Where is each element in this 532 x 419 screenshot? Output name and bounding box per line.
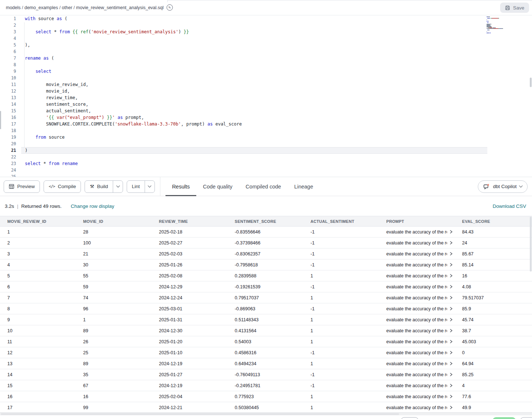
code-line[interactable]: 8 xyxy=(0,61,532,68)
change-row-display-link[interactable]: Change row display xyxy=(71,203,114,209)
column-header[interactable]: ACTUAL_SENTIMENT xyxy=(303,219,379,224)
expand-prompt-chevron-icon[interactable] xyxy=(450,252,453,256)
expand-prompt-chevron-icon[interactable] xyxy=(450,351,453,355)
build-split-button: ⚒ Build xyxy=(85,180,123,193)
code-line[interactable]: 24 xyxy=(0,167,532,173)
code-line[interactable]: 10 xyxy=(0,75,532,81)
code-line[interactable]: 20 xyxy=(0,141,532,147)
editor-scrollbar[interactable] xyxy=(530,15,532,177)
expand-prompt-chevron-icon[interactable] xyxy=(450,230,453,234)
code-line[interactable]: 11 movie_review_id, xyxy=(0,81,532,88)
line-number: 1 xyxy=(0,15,16,22)
line-number: 10 xyxy=(0,75,16,81)
code-line[interactable]: 23select * from rename xyxy=(0,160,532,167)
build-button[interactable]: ⚒ Build xyxy=(85,181,113,192)
editor-lines: 1with source as (23 select * from {{ ref… xyxy=(0,15,532,177)
code-line[interactable]: 25 xyxy=(0,173,532,177)
expand-prompt-chevron-icon[interactable] xyxy=(450,274,453,278)
breadcrumb-item[interactable]: models xyxy=(6,5,21,10)
code-line[interactable]: 19 from source xyxy=(0,134,532,141)
column-header[interactable]: MOVIE_REVIEW_ID xyxy=(0,219,76,224)
table-scrollbar[interactable] xyxy=(530,217,532,412)
lint-dropdown-button[interactable] xyxy=(145,181,155,192)
code-text: rename as ( xyxy=(16,55,54,61)
code-line[interactable]: 16 '{{ var("eval_prompt") }}' as prompt, xyxy=(0,114,532,121)
horizontal-scrollbar-thumb[interactable] xyxy=(1,413,399,415)
bottom-cutoff-button-2[interactable] xyxy=(520,417,532,419)
bottom-cutoff-button-1[interactable] xyxy=(401,417,418,419)
code-line[interactable]: 13 review_time, xyxy=(0,94,532,101)
save-button[interactable]: Save xyxy=(500,3,529,13)
column-header[interactable]: SENTIMENT_SCORE xyxy=(227,219,303,224)
expand-prompt-chevron-icon[interactable] xyxy=(450,307,453,311)
expand-prompt-chevron-icon[interactable] xyxy=(450,318,453,322)
cell-sentiment-score: 0.51148343 xyxy=(227,317,303,322)
line-number: 19 xyxy=(0,134,16,141)
expand-prompt-chevron-icon[interactable] xyxy=(450,340,453,344)
tab-results[interactable]: Results xyxy=(165,177,196,196)
code-line[interactable]: 21) xyxy=(0,147,532,154)
code-line[interactable]: 5), xyxy=(0,42,532,48)
expand-prompt-chevron-icon[interactable] xyxy=(450,285,453,289)
code-text: ) xyxy=(16,147,27,154)
breadcrumb-item[interactable]: other xyxy=(62,5,72,10)
cell-prompt: evaluate the accuracy of the res… xyxy=(379,372,455,377)
tab-lineage[interactable]: Lineage xyxy=(288,177,320,196)
code-line[interactable]: 6 xyxy=(0,48,532,55)
lint-button[interactable]: Lint xyxy=(127,181,145,192)
expand-prompt-chevron-icon[interactable] xyxy=(450,241,453,245)
cell-review-time: 2024-12-21 xyxy=(152,405,227,410)
code-line[interactable]: 12 movie_id, xyxy=(0,88,532,94)
cell-movie-review-id: 11 xyxy=(0,339,76,344)
table-scrollbar-thumb[interactable] xyxy=(530,217,532,272)
code-line[interactable]: 2 xyxy=(0,22,532,29)
cell-review-time: 2025-03-01 xyxy=(152,306,227,311)
cell-sentiment-score: 0.775923 xyxy=(227,394,303,399)
line-number: 18 xyxy=(0,127,16,134)
minimap[interactable] xyxy=(487,16,528,35)
code-text xyxy=(16,75,25,81)
expand-prompt-chevron-icon[interactable] xyxy=(450,394,453,399)
expand-prompt-chevron-icon[interactable] xyxy=(450,329,453,333)
tab-compiled-code[interactable]: Compiled code xyxy=(239,177,288,196)
code-line[interactable]: 14 sentiment_score, xyxy=(0,101,532,108)
cell-actual-sentiment: 1 xyxy=(303,339,379,344)
file-status-icon[interactable]: ✎ xyxy=(167,4,173,11)
copilot-label: dbt Copilot xyxy=(493,184,517,189)
expand-prompt-chevron-icon[interactable] xyxy=(450,263,453,267)
expand-prompt-chevron-icon[interactable] xyxy=(450,384,453,388)
code-editor[interactable]: 1with source as (23 select * from {{ ref… xyxy=(0,15,532,177)
breadcrumb-item[interactable]: demo_examples xyxy=(25,5,58,10)
cell-sentiment-score: 0.4586316 xyxy=(227,350,303,355)
column-header[interactable]: REVIEW_TIME xyxy=(152,219,227,224)
cell-review-time: 2025-01-31 xyxy=(152,317,227,322)
expand-prompt-chevron-icon[interactable] xyxy=(450,405,453,409)
bottom-cutoff-green-pill[interactable] xyxy=(492,417,516,419)
breadcrumb-item[interactable]: movie_review_sentiment_analysis_eval.sql xyxy=(76,5,164,10)
code-line[interactable]: 15 actual_sentiment, xyxy=(0,108,532,114)
code-line[interactable]: 1with source as ( xyxy=(0,15,532,22)
code-line[interactable]: 18 xyxy=(0,127,532,134)
expand-prompt-chevron-icon[interactable] xyxy=(450,373,453,377)
column-header[interactable]: EVAL_SCORE xyxy=(455,219,532,224)
cell-review-time: 2025-02-03 xyxy=(152,251,227,257)
editor-scrollbar-thumb[interactable] xyxy=(530,78,532,87)
code-line[interactable]: 7rename as ( xyxy=(0,55,532,61)
expand-prompt-chevron-icon[interactable] xyxy=(450,296,453,300)
expand-prompt-chevron-icon[interactable] xyxy=(450,362,453,366)
compile-button[interactable]: </> Compile xyxy=(44,180,81,193)
column-header[interactable]: MOVIE_ID xyxy=(76,219,152,224)
code-line[interactable]: 4 xyxy=(0,35,532,42)
column-header[interactable]: PROMPT xyxy=(379,219,455,224)
dbt-copilot-button[interactable]: dbt Copilot xyxy=(478,180,528,193)
code-line[interactable]: 3 select * from {{ ref('movie_review_sen… xyxy=(0,29,532,35)
build-dropdown-button[interactable] xyxy=(113,181,123,192)
horizontal-scrollbar[interactable] xyxy=(0,412,532,415)
cell-movie-review-id: 14 xyxy=(0,372,76,377)
code-line[interactable]: 22 xyxy=(0,154,532,160)
preview-button[interactable]: Preview xyxy=(4,180,40,193)
code-line[interactable]: 9 select xyxy=(0,68,532,75)
tab-code-quality[interactable]: Code quality xyxy=(196,177,239,196)
download-csv-link[interactable]: Download CSV xyxy=(492,203,526,209)
code-line[interactable]: 17 SNOWFLAKE.CORTEX.COMPLETE('snowflake-… xyxy=(0,121,532,127)
